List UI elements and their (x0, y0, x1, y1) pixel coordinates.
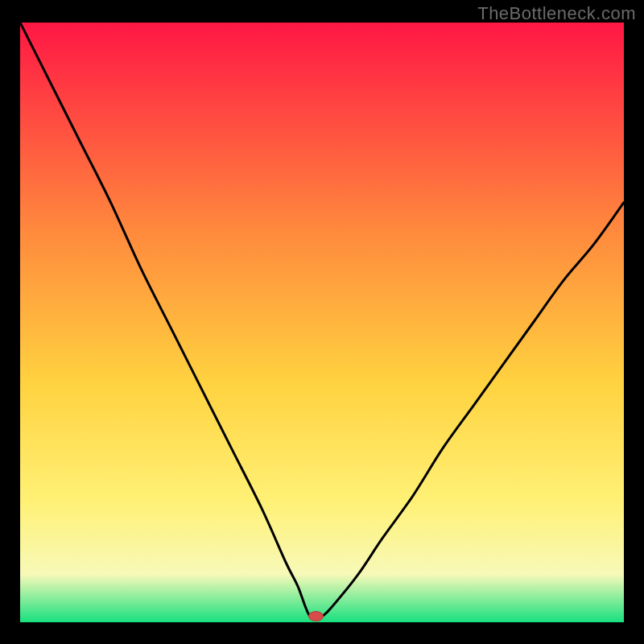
optimal-point-marker (309, 612, 324, 621)
plot-area (20, 23, 624, 622)
watermark-text: TheBottleneck.com (477, 3, 636, 24)
chart-svg (20, 23, 624, 622)
chart-frame: TheBottleneck.com (0, 0, 644, 644)
